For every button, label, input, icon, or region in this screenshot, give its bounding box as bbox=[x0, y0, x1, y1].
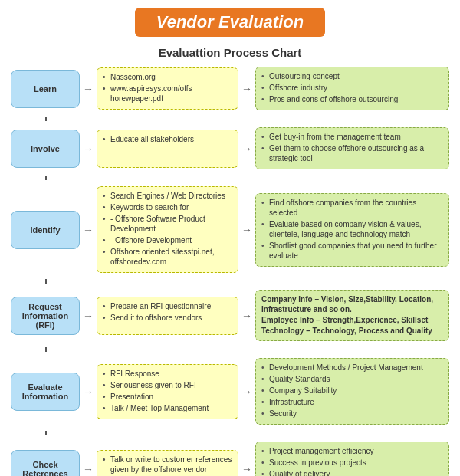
middle-box-learn: Nasscom.orgwww.aspiresys.com/offs horewp… bbox=[97, 67, 238, 110]
arrow-1-evaluate-info: → bbox=[83, 386, 94, 398]
arrow-2-check-ref: → bbox=[242, 463, 252, 475]
process-row-evaluate-info: Evaluate Information→RFI ResponseSerious… bbox=[11, 358, 449, 425]
v-connector-0 bbox=[11, 117, 449, 121]
step-box-identify: Identify bbox=[11, 211, 80, 249]
process-row-involve: Involve→Educate all stakeholders→Get buy… bbox=[11, 127, 449, 169]
step-box-involve: Involve bbox=[11, 130, 80, 168]
chart-title: Evaluattion Process Chart bbox=[8, 46, 452, 59]
process-row-learn: Learn→Nasscom.orgwww.aspiresys.com/offs … bbox=[11, 67, 449, 110]
process-row-identify: Identify→Search Engines / Web Directorie… bbox=[11, 186, 449, 273]
arrow-2-identify: → bbox=[242, 224, 252, 236]
page-title: Vendor Evaluation bbox=[135, 8, 325, 37]
step-box-evaluate-info: Evaluate Information bbox=[11, 373, 80, 411]
arrow-1-identify: → bbox=[83, 224, 94, 236]
right-box-involve: Get buy-in from the management teamGet t… bbox=[255, 127, 449, 169]
arrow-1-request-info: → bbox=[83, 310, 94, 322]
middle-box-request-info: Prepare an RFI questionnaireSend it to o… bbox=[97, 297, 238, 335]
middle-box-identify: Search Engines / Web DirectoriesKeywords… bbox=[97, 186, 238, 273]
right-box-check-ref: Project management efficiencySuccess in … bbox=[255, 442, 449, 476]
arrow-2-request-info: → bbox=[242, 310, 252, 322]
middle-box-evaluate-info: RFI ResponseSeriousness given to RFIPres… bbox=[97, 364, 238, 419]
step-box-learn: Learn bbox=[11, 70, 80, 108]
v-connector-3 bbox=[11, 347, 449, 352]
page-title-container: Vendor Evaluation bbox=[8, 8, 452, 37]
arrow-2-evaluate-info: → bbox=[242, 386, 252, 398]
arrow-2-involve: → bbox=[242, 143, 252, 155]
v-connector-1 bbox=[11, 176, 449, 180]
arrow-1-involve: → bbox=[83, 143, 94, 155]
right-box-request-info: Company Info – Vision, Size,Stability, L… bbox=[255, 290, 449, 341]
arrow-2-learn: → bbox=[242, 83, 252, 95]
v-connector-2 bbox=[11, 279, 449, 284]
middle-box-check-ref: Talk or write to customer references giv… bbox=[97, 450, 238, 476]
middle-box-involve: Educate all stakeholders bbox=[97, 130, 238, 168]
chart-container: Learn→Nasscom.orgwww.aspiresys.com/offs … bbox=[8, 67, 452, 476]
process-row-check-ref: Check References→Talk or write to custom… bbox=[11, 442, 449, 476]
step-box-request-info: Request Information (RFI) bbox=[11, 297, 80, 335]
right-box-identify: Find offshore companies from the countri… bbox=[255, 193, 449, 267]
right-box-evaluate-info: Development Methods / Project Management… bbox=[255, 358, 449, 425]
arrow-1-learn: → bbox=[83, 83, 94, 95]
arrow-1-check-ref: → bbox=[83, 463, 94, 475]
step-box-check-ref: Check References bbox=[11, 450, 80, 476]
process-row-request-info: Request Information (RFI)→Prepare an RFI… bbox=[11, 290, 449, 341]
v-connector-4 bbox=[11, 431, 449, 435]
right-box-learn: Outsourcing conceptOffshore industryPros… bbox=[255, 67, 449, 110]
